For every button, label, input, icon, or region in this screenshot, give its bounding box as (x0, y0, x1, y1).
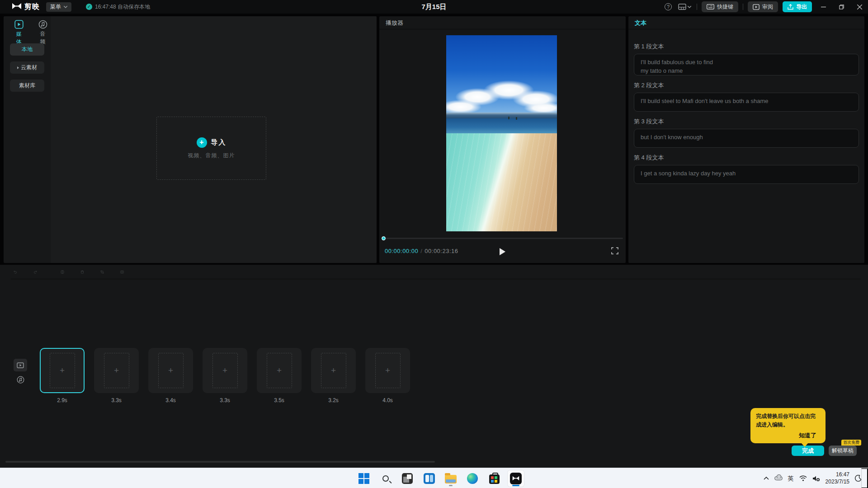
search-button[interactable] (377, 470, 394, 487)
do-not-disturb-button[interactable] (855, 475, 862, 482)
import-dropzone[interactable]: + 导入 视频、音频、图片 (156, 117, 266, 180)
clip-card[interactable] (365, 348, 410, 393)
video-preview[interactable] (446, 35, 557, 231)
segment-label: 第 1 段文本 (634, 42, 859, 51)
shortcuts-button[interactable]: 快捷键 (702, 1, 738, 12)
clip-card[interactable] (94, 348, 139, 393)
store-button[interactable] (486, 470, 503, 487)
clip-card[interactable] (203, 348, 247, 393)
running-indicator (449, 485, 453, 486)
undo-button[interactable] (11, 267, 20, 277)
clip-duration: 4.0s (382, 397, 393, 404)
clip-placeholder-5[interactable]: 3.5s (257, 348, 302, 404)
redo-icon (33, 269, 37, 275)
file-explorer-button[interactable] (442, 470, 459, 487)
add-media-icon (158, 353, 184, 388)
minimize-button[interactable] (816, 0, 830, 14)
clip-placeholder-7[interactable]: 4.0s (365, 348, 410, 404)
clip-placeholder-2[interactable]: 3.3s (94, 348, 139, 404)
text-panel-title: 文本 (628, 16, 864, 29)
timeline-panel: 2.9s 3.3s 3.4s 3.3s 3.5s 3.2s (0, 265, 868, 468)
text-segment-2: 第 2 段文本 I'll build steel to Mafi don't l… (634, 81, 859, 112)
review-button[interactable]: 审阅 (748, 1, 778, 12)
cover-button[interactable] (14, 359, 27, 371)
import-label: 导入 (211, 138, 226, 147)
clock-time: 16:47 (826, 471, 849, 479)
edge-button[interactable] (464, 470, 481, 487)
unlock-draft-button[interactable]: 解锁草稿 (829, 446, 857, 456)
store-icon (489, 474, 500, 484)
wifi-button[interactable] (799, 475, 807, 481)
mirror-button[interactable] (118, 267, 127, 277)
sidebar-item-cloud[interactable]: 云素材 (10, 61, 44, 74)
text-segment-4: 第 4 段文本 I get a song kinda lazy day hey … (634, 154, 859, 184)
segment-textarea[interactable]: but I don't know enough (634, 129, 859, 148)
play-button[interactable] (497, 246, 509, 258)
add-media-icon (267, 353, 292, 388)
close-button[interactable] (853, 0, 866, 14)
start-button[interactable] (355, 470, 373, 487)
tray-overflow-button[interactable] (764, 477, 769, 480)
task-view-button[interactable] (420, 470, 438, 487)
show-desktop-button[interactable] (861, 468, 868, 488)
add-media-icon (104, 353, 129, 388)
redo-button[interactable] (31, 267, 40, 277)
capcut-taskbar-button[interactable] (507, 470, 524, 487)
sidebar-item-local[interactable]: 本地 (10, 43, 44, 56)
volume-muted-button[interactable] (812, 475, 820, 482)
finish-button[interactable]: 完成 (792, 446, 824, 456)
split-button[interactable] (58, 267, 67, 277)
layout-button[interactable] (677, 4, 692, 10)
player-seekbar[interactable] (382, 238, 623, 239)
segment-textarea[interactable]: I'll build fabulous due to find my tatto… (634, 54, 859, 75)
menu-button[interactable]: 菜单 (46, 2, 71, 12)
undo-icon (14, 269, 17, 275)
add-media-icon (375, 353, 401, 388)
clip-card[interactable] (257, 348, 302, 393)
got-it-button[interactable]: 知道了 (799, 431, 820, 440)
sidebar-item-library[interactable]: 素材库 (10, 80, 44, 92)
onedrive-button[interactable] (774, 476, 783, 480)
track-head (14, 359, 27, 385)
task-view-icon (424, 473, 435, 484)
tab-media[interactable]: 媒体 (11, 19, 27, 40)
delete-button[interactable] (78, 267, 87, 277)
tab-audio[interactable]: 音频 (35, 19, 51, 40)
fullscreen-button[interactable] (609, 247, 621, 256)
clip-duration: 2.9s (57, 397, 67, 404)
taskbar-clock[interactable]: 16:47 2023/7/15 (826, 471, 849, 485)
snip-app-button[interactable] (399, 470, 416, 487)
help-button[interactable]: ? (664, 3, 673, 10)
crop-icon (100, 268, 104, 276)
clip-card[interactable] (311, 348, 356, 393)
crop-button[interactable] (98, 267, 107, 277)
plus-icon: + (197, 137, 207, 148)
player-panel: 播放器 00:00:00:00/00:00:23:16 (379, 16, 626, 263)
cloud-icon (774, 476, 783, 480)
add-media-icon (321, 353, 346, 388)
divider (743, 4, 743, 10)
titlebar: 剪映 菜单 ✓ 16:47:48 自动保存本地 7月15日 ? 快捷键 (0, 0, 868, 14)
moon-icon (855, 475, 862, 482)
audio-track-icon (17, 376, 24, 385)
text-segment-1: 第 1 段文本 I'll build fabulous due to find … (634, 42, 859, 75)
clip-placeholder-1[interactable]: 2.9s (40, 348, 85, 404)
maximize-button[interactable] (835, 0, 848, 14)
timeline-scrollbar[interactable] (5, 461, 435, 463)
segment-textarea[interactable]: I get a song kinda lazy day hey yeah (634, 165, 859, 184)
clip-duration: 3.3s (111, 397, 122, 404)
clip-track: 2.9s 3.3s 3.4s 3.3s 3.5s 3.2s (40, 348, 410, 404)
clip-card[interactable] (148, 348, 193, 393)
clip-placeholder-4[interactable]: 3.3s (203, 348, 247, 404)
export-button[interactable]: 导出 (783, 1, 812, 12)
layout-icon (678, 4, 686, 10)
text-panel: 文本 第 1 段文本 I'll build fabulous due to fi… (628, 16, 864, 263)
player-controls: 00:00:00:00/00:00:23:16 (379, 244, 626, 259)
playhead-handle[interactable] (382, 236, 386, 240)
system-tray: 英 16:47 2023/7/15 (764, 468, 862, 488)
segment-textarea[interactable]: I'll build steel to Mafi don't leave us … (634, 93, 859, 112)
clip-placeholder-6[interactable]: 3.2s (311, 348, 356, 404)
ime-indicator[interactable]: 英 (788, 474, 794, 483)
clip-card[interactable] (40, 348, 85, 393)
clip-placeholder-3[interactable]: 3.4s (148, 348, 193, 404)
